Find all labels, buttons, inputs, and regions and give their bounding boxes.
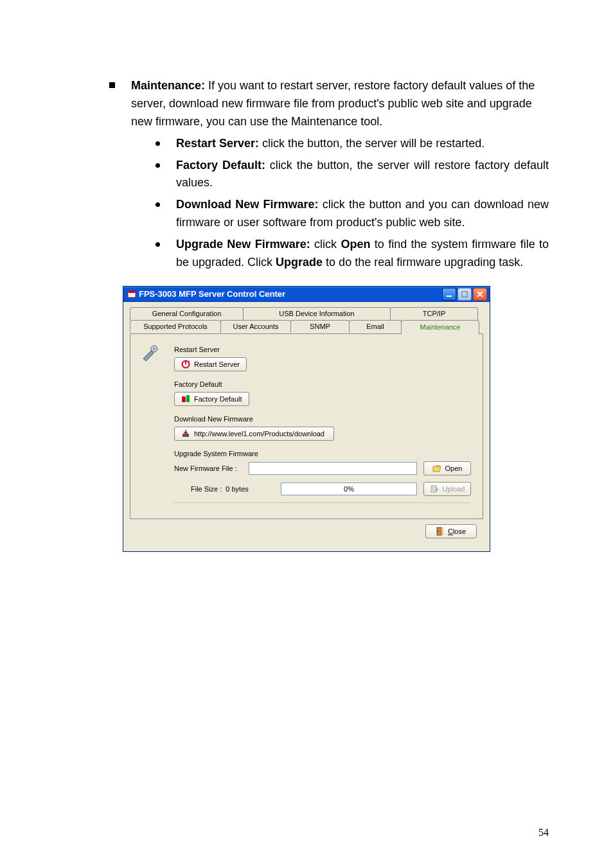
li4-label: Upgrade New Firmware: bbox=[176, 238, 310, 251]
li3-label: Download New Firmware: bbox=[176, 198, 319, 211]
open-button[interactable]: Open bbox=[423, 461, 471, 475]
restart-server-button[interactable]: Restart Server bbox=[174, 357, 247, 371]
li4-t3: to do the real firmware upgrading task. bbox=[323, 256, 523, 269]
section-download-label: Download New Firmware bbox=[174, 415, 471, 423]
folder-open-icon bbox=[432, 465, 441, 472]
section-factory-label: Factory Default bbox=[174, 380, 471, 388]
maintenance-label: Maintenance: bbox=[131, 79, 205, 92]
titlebar[interactable]: FPS-3003 MFP Server Control Center bbox=[123, 287, 490, 302]
firmware-file-input[interactable] bbox=[249, 462, 417, 475]
svg-rect-5 bbox=[153, 348, 155, 350]
restart-button-label: Restart Server bbox=[194, 360, 240, 368]
close-button[interactable]: Close bbox=[425, 524, 477, 538]
tabstrip: General Configuration USB Device Informa… bbox=[130, 307, 483, 334]
tab-tcpip[interactable]: TCP/IP bbox=[390, 307, 478, 320]
file-size-label: File Size : bbox=[191, 485, 222, 493]
li1-label: Restart Server: bbox=[176, 137, 259, 150]
download-icon bbox=[181, 429, 190, 438]
tab-usb-device-info[interactable]: USB Device Information bbox=[243, 307, 391, 320]
svg-rect-0 bbox=[128, 292, 136, 297]
li1-text: click the button, the server will be res… bbox=[259, 137, 484, 150]
svg-rect-3 bbox=[462, 292, 467, 297]
sub-item-download: Download New Firmware: click the button … bbox=[153, 196, 549, 232]
svg-rect-7 bbox=[182, 396, 186, 402]
section-restart-label: Restart Server bbox=[174, 346, 471, 353]
download-firmware-button[interactable]: http://www.level1.com/Products/download bbox=[174, 427, 334, 441]
window-title: FPS-3003 MFP Server Control Center bbox=[139, 289, 442, 299]
tab-general-config[interactable]: General Configuration bbox=[130, 307, 244, 320]
svg-point-13 bbox=[438, 531, 439, 532]
tab-email[interactable]: Email bbox=[349, 320, 402, 333]
app-window: FPS-3003 MFP Server Control Center Gener… bbox=[123, 286, 490, 552]
svg-rect-10 bbox=[431, 486, 436, 492]
minimize-button[interactable] bbox=[442, 288, 456, 301]
maximize-button bbox=[458, 288, 472, 301]
divider bbox=[174, 502, 471, 503]
svg-rect-1 bbox=[129, 290, 134, 293]
li4-t1: click bbox=[310, 238, 341, 251]
li4-open: Open bbox=[341, 238, 370, 251]
maintenance-paragraph: Maintenance: If you want to restart serv… bbox=[109, 77, 549, 272]
svg-rect-8 bbox=[186, 395, 190, 402]
section-upgrade-label: Upgrade System Firmware bbox=[174, 450, 471, 457]
tab-snmp[interactable]: SNMP bbox=[290, 320, 350, 333]
close-window-button[interactable] bbox=[473, 288, 487, 301]
li4-upgrade: Upgrade bbox=[276, 256, 323, 269]
new-firmware-file-label: New Firmware File : bbox=[174, 465, 245, 472]
tab-maintenance[interactable]: Maintenance bbox=[401, 320, 479, 334]
svg-rect-2 bbox=[447, 296, 452, 297]
sub-item-factory: Factory Default: click the button, the s… bbox=[153, 157, 549, 193]
upload-icon bbox=[430, 485, 439, 493]
sub-item-restart: Restart Server: click the button, the se… bbox=[153, 135, 549, 153]
maintenance-icon bbox=[139, 343, 160, 364]
tab-page-maintenance: Restart Server Restart Server Factory De… bbox=[130, 333, 483, 519]
door-close-icon bbox=[436, 527, 444, 536]
li2-label: Factory Default: bbox=[176, 159, 265, 172]
download-button-label: http://www.level1.com/Products/download bbox=[194, 430, 324, 438]
app-icon bbox=[127, 290, 136, 299]
tab-supported-protocols[interactable]: Supported Protocols bbox=[130, 320, 221, 333]
factory-button-label: Factory Default bbox=[194, 395, 242, 403]
upload-button: Upload bbox=[423, 482, 471, 496]
upload-progress: 0% bbox=[281, 483, 417, 495]
factory-icon bbox=[181, 394, 190, 403]
page-number: 54 bbox=[538, 827, 549, 838]
tab-user-accounts[interactable]: User Accounts bbox=[220, 320, 291, 333]
svg-rect-12 bbox=[441, 527, 443, 535]
upload-button-label: Upload bbox=[443, 485, 465, 493]
progress-text: 0% bbox=[344, 485, 354, 493]
restart-icon bbox=[181, 360, 190, 369]
file-size-value: 0 bytes bbox=[226, 485, 248, 493]
open-button-label: Open bbox=[445, 465, 463, 472]
sub-item-upgrade: Upgrade New Firmware: click Open to find… bbox=[153, 236, 549, 272]
factory-default-button[interactable]: Factory Default bbox=[174, 392, 249, 406]
close-button-label: Close bbox=[448, 527, 466, 535]
